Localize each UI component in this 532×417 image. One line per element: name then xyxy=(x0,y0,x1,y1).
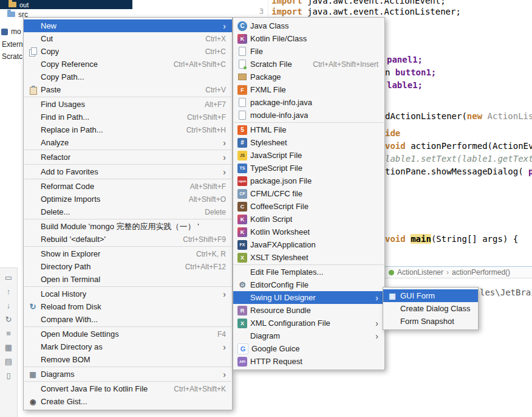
menu-item-rebuild-default[interactable]: Rebuild '<default>'Ctrl+Shift+F9 xyxy=(24,233,232,246)
submenu-arrow-icon: › xyxy=(216,168,226,176)
menu-item-convert-java-file-to-kotlin-file[interactable]: Convert Java File to Kotlin FileCtrl+Alt… xyxy=(24,382,232,395)
stylesheet-icon xyxy=(237,138,247,148)
refresh-icon[interactable]: ↻ xyxy=(5,315,12,323)
menu-item-coffeescript-file[interactable]: CoffeeScript File xyxy=(233,200,384,213)
menu-item-label: Open Module Settings xyxy=(41,329,119,339)
menu-item-package-info-java[interactable]: package-info.java xyxy=(233,96,384,109)
menu-item-fxml-file[interactable]: FXML File xyxy=(233,83,384,96)
project-item-external-libraries[interactable]: Extern xyxy=(2,40,23,49)
menu-item-open-in-terminal[interactable]: Open in Terminal xyxy=(24,273,232,286)
menu-item-label: Cut xyxy=(41,34,53,43)
menu-item-open-module-settings[interactable]: Open Module SettingsF4 xyxy=(24,328,232,340)
menu-item-kotlin-file-class[interactable]: Kotlin File/Class xyxy=(233,32,384,45)
grid-icon[interactable]: ▦ xyxy=(5,343,12,351)
menu-separator xyxy=(24,164,231,165)
menu-item-typescript-file[interactable]: TypeScript File xyxy=(233,162,384,174)
menu-item-package-json-file[interactable]: package.json File xyxy=(233,174,384,187)
window-icon[interactable]: ▭ xyxy=(5,274,12,281)
menu-item-cut[interactable]: CutCtrl+X xyxy=(24,32,232,45)
blank-icon xyxy=(28,275,38,284)
project-item-module[interactable]: mo xyxy=(1,27,21,36)
menu-item-gui-form[interactable]: GUI Form xyxy=(383,289,478,302)
menu-item-file[interactable]: File xyxy=(233,45,384,58)
printer-icon[interactable]: ▤ xyxy=(5,357,12,365)
folder-icon xyxy=(7,12,15,17)
menu-item-kotlin-worksheet[interactable]: Kotlin Worksheet xyxy=(233,226,384,238)
menu-item-label: Edit File Templates... xyxy=(250,267,323,277)
menu-item-javafxapplication[interactable]: JavaFXApplication xyxy=(233,238,384,251)
blank-icon xyxy=(28,100,38,109)
menu-item-replace-in-path[interactable]: Replace in Path...Ctrl+Shift+H xyxy=(24,123,232,136)
context-menu: New›CutCtrl+XCopyCtrl+CCopy ReferenceCtr… xyxy=(23,17,233,410)
menu-item-kotlin-script[interactable]: Kotlin Script xyxy=(233,213,384,226)
menu-item-label: Refactor xyxy=(41,153,70,162)
menu-lines-icon[interactable]: ≡ xyxy=(6,329,11,337)
menu-item-local-history[interactable]: Local History› xyxy=(24,288,232,300)
trash-icon[interactable]: ▯ xyxy=(6,371,10,379)
project-item-scratches[interactable]: Scratc xyxy=(2,52,22,61)
menu-item-build-module-mongo[interactable]: Build Module 'mongo 完整的应用实践（一） ' xyxy=(24,220,232,233)
menu-item-edit-file-templates[interactable]: Edit File Templates... xyxy=(233,266,384,278)
menu-item-refactor[interactable]: Refactor› xyxy=(24,151,232,164)
code-field: button1; xyxy=(395,67,436,77)
menu-item-module-info-java[interactable]: module-info.java xyxy=(233,109,384,122)
menu-item-shortcut: Ctrl+V xyxy=(194,86,226,94)
menu-item-shortcut: Delete xyxy=(194,208,226,216)
menu-item-resource-bundle[interactable]: Resource Bundle xyxy=(233,304,384,317)
menu-item-delete[interactable]: Delete...Delete xyxy=(24,205,232,218)
code-text: tionPane.showMessageDialog( xyxy=(385,167,528,176)
menu-item-http-request[interactable]: HTTP Request xyxy=(233,355,384,368)
menu-item-editorconfig-file[interactable]: EditorConfig File xyxy=(233,278,384,291)
menu-item-javascript-file[interactable]: JavaScript File xyxy=(233,149,384,162)
menu-item-paste[interactable]: PasteCtrl+V xyxy=(24,83,232,96)
resource-bundle-icon xyxy=(237,306,247,315)
menu-item-cfml-cfc-file[interactable]: CFML/CFC file xyxy=(233,187,384,200)
menu-item-diagrams[interactable]: Diagrams› xyxy=(24,368,232,381)
swing-ui-designer-submenu: GUI FormCreate Dialog ClassForm Snapshot xyxy=(383,287,479,330)
menu-item-copy-reference[interactable]: Copy ReferenceCtrl+Alt+Shift+C xyxy=(24,58,232,71)
down-arrow-icon[interactable]: ↓ xyxy=(7,302,11,309)
menu-item-java-class[interactable]: Java Class xyxy=(233,19,384,32)
menu-item-swing-ui-designer[interactable]: Swing UI Designer› xyxy=(233,291,384,304)
menu-separator xyxy=(24,179,231,179)
menu-item-form-snapshot[interactable]: Form Snapshot xyxy=(383,315,478,328)
menu-item-label: Add to Favorites xyxy=(41,167,98,176)
xml-icon xyxy=(237,319,247,328)
menu-item-scratch-file[interactable]: Scratch FileCtrl+Alt+Shift+Insert xyxy=(233,58,384,71)
breadcrumb-item[interactable]: actionPerformed() xyxy=(452,268,510,277)
menu-item-google-guice[interactable]: Google Guice xyxy=(233,342,384,355)
menu-item-analyze[interactable]: Analyze› xyxy=(24,136,232,149)
menu-item-optimize-imports[interactable]: Optimize ImportsAlt+Shift+O xyxy=(24,193,232,205)
up-arrow-icon[interactable]: ↑ xyxy=(7,288,11,295)
menu-item-copy[interactable]: CopyCtrl+C xyxy=(24,45,232,58)
menu-item-package[interactable]: Package xyxy=(233,71,384,83)
menu-item-find-in-path[interactable]: Find in Path...Ctrl+Shift+F xyxy=(24,111,232,123)
menu-item-diagram[interactable]: Diagram› xyxy=(233,329,384,342)
menu-item-stylesheet[interactable]: Stylesheet xyxy=(233,136,384,149)
blank-icon xyxy=(28,138,38,148)
menu-item-mark-directory-as[interactable]: Mark Directory as› xyxy=(24,340,232,353)
menu-item-remove-bom[interactable]: Remove BOM xyxy=(24,353,232,366)
menu-item-html-file[interactable]: HTML File xyxy=(233,123,384,136)
menu-item-find-usages[interactable]: Find UsagesAlt+F7 xyxy=(24,98,232,111)
menu-item-compare-with[interactable]: Compare With... xyxy=(24,313,232,326)
menu-item-reformat-code[interactable]: Reformat CodeAlt+Shift+F xyxy=(24,180,232,193)
menu-item-show-in-explorer[interactable]: Show in ExplorerCtrl+K, R xyxy=(24,247,232,260)
menu-item-directory-path[interactable]: Directory PathCtrl+Alt+F12 xyxy=(24,260,232,273)
breadcrumb-item[interactable]: ActionListener xyxy=(397,268,443,277)
project-item-out[interactable]: out xyxy=(0,0,132,9)
menu-item-xml-configuration-file[interactable]: XML Configuration File› xyxy=(233,317,384,329)
menu-item-new[interactable]: New› xyxy=(24,19,232,32)
menu-item-xslt-stylesheet[interactable]: XSLT Stylesheet xyxy=(233,251,384,264)
menu-item-label: CoffeeScript File xyxy=(250,202,309,211)
code-line-import: import java.awt.event.ActionListener; xyxy=(271,6,461,17)
menu-item-label: EditorConfig File xyxy=(250,280,309,289)
menu-item-add-to-favorites[interactable]: Add to Favorites› xyxy=(24,165,232,178)
blank-icon xyxy=(28,329,38,339)
menu-item-create-dialog-class[interactable]: Create Dialog Class xyxy=(383,302,478,315)
menu-item-label: Diagram xyxy=(250,331,280,340)
menu-item-copy-path[interactable]: Copy Path... xyxy=(24,71,232,83)
menu-item-create-gist[interactable]: Create Gist... xyxy=(24,395,232,408)
menu-item-reload-from-disk[interactable]: Reload from Disk xyxy=(24,300,232,313)
code-keyword: void xyxy=(385,234,411,244)
